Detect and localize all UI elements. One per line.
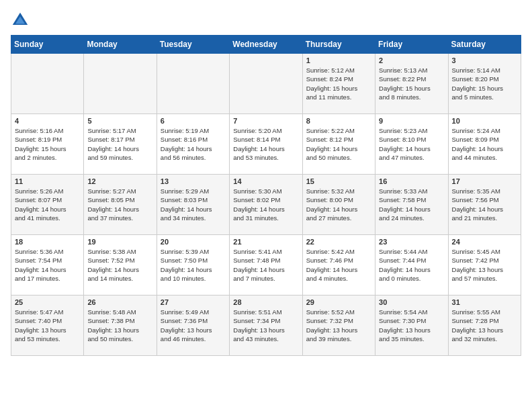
weekday-header-row: SundayMondayTuesdayWednesdayThursdayFrid… [11,36,521,54]
calendar-cell: 21Sunrise: 5:41 AM Sunset: 7:48 PM Dayli… [230,235,302,295]
calendar-week-1: 1Sunrise: 5:12 AM Sunset: 8:24 PM Daylig… [11,54,521,114]
day-number: 6 [161,117,226,125]
day-info: Sunrise: 5:17 AM Sunset: 8:17 PM Dayligh… [87,126,152,162]
day-info: Sunrise: 5:45 AM Sunset: 7:42 PM Dayligh… [452,247,517,283]
calendar-cell: 19Sunrise: 5:38 AM Sunset: 7:52 PM Dayli… [84,235,157,295]
day-info: Sunrise: 5:23 AM Sunset: 8:10 PM Dayligh… [379,126,444,162]
day-number: 27 [161,298,226,306]
day-number: 22 [306,238,371,246]
calendar-cell: 1Sunrise: 5:12 AM Sunset: 8:24 PM Daylig… [302,54,375,114]
day-info: Sunrise: 5:19 AM Sunset: 8:16 PM Dayligh… [161,126,226,162]
calendar-cell: 9Sunrise: 5:23 AM Sunset: 8:10 PM Daylig… [375,114,448,175]
day-number: 13 [161,177,226,185]
day-info: Sunrise: 5:55 AM Sunset: 7:28 PM Dayligh… [452,308,517,343]
calendar-cell: 13Sunrise: 5:29 AM Sunset: 8:03 PM Dayli… [157,175,229,235]
day-info: Sunrise: 5:52 AM Sunset: 7:32 PM Dayligh… [306,308,371,343]
day-info: Sunrise: 5:41 AM Sunset: 7:48 PM Dayligh… [233,247,298,283]
day-info: Sunrise: 5:32 AM Sunset: 8:00 PM Dayligh… [306,187,371,222]
calendar-cell: 14Sunrise: 5:30 AM Sunset: 8:02 PM Dayli… [230,175,302,235]
day-number: 1 [306,56,371,64]
day-number: 2 [379,56,444,64]
day-info: Sunrise: 5:47 AM Sunset: 7:40 PM Dayligh… [15,308,80,343]
day-info: Sunrise: 5:44 AM Sunset: 7:44 PM Dayligh… [379,247,444,283]
calendar-cell: 12Sunrise: 5:27 AM Sunset: 8:05 PM Dayli… [84,175,157,235]
day-info: Sunrise: 5:39 AM Sunset: 7:50 PM Dayligh… [161,247,226,283]
calendar-cell: 22Sunrise: 5:42 AM Sunset: 7:46 PM Dayli… [302,235,375,295]
day-info: Sunrise: 5:26 AM Sunset: 8:07 PM Dayligh… [15,187,80,222]
calendar-cell: 5Sunrise: 5:17 AM Sunset: 8:17 PM Daylig… [84,114,157,175]
day-number: 14 [233,177,298,185]
day-info: Sunrise: 5:22 AM Sunset: 8:12 PM Dayligh… [306,126,371,162]
page-header [11,11,521,30]
calendar-cell: 6Sunrise: 5:19 AM Sunset: 8:16 PM Daylig… [157,114,229,175]
day-number: 9 [379,117,444,125]
calendar-week-3: 11Sunrise: 5:26 AM Sunset: 8:07 PM Dayli… [11,175,521,235]
calendar-cell: 24Sunrise: 5:45 AM Sunset: 7:42 PM Dayli… [448,235,521,295]
day-info: Sunrise: 5:42 AM Sunset: 7:46 PM Dayligh… [306,247,371,283]
day-number: 15 [306,177,371,185]
day-number: 7 [233,117,298,125]
day-info: Sunrise: 5:33 AM Sunset: 7:58 PM Dayligh… [379,187,444,222]
day-number: 3 [452,56,517,64]
calendar-week-5: 25Sunrise: 5:47 AM Sunset: 7:40 PM Dayli… [11,295,521,356]
weekday-header-tuesday: Tuesday [157,36,229,54]
day-info: Sunrise: 5:49 AM Sunset: 7:36 PM Dayligh… [161,308,226,343]
day-number: 8 [306,117,371,125]
day-number: 4 [15,117,80,125]
weekday-header-wednesday: Wednesday [230,36,302,54]
day-number: 24 [452,238,517,246]
day-info: Sunrise: 5:29 AM Sunset: 8:03 PM Dayligh… [161,187,226,222]
day-number: 29 [306,298,371,306]
calendar-cell: 18Sunrise: 5:36 AM Sunset: 7:54 PM Dayli… [11,235,84,295]
weekday-header-saturday: Saturday [448,36,521,54]
calendar-cell: 28Sunrise: 5:51 AM Sunset: 7:34 PM Dayli… [230,295,302,356]
calendar-cell [230,54,302,114]
day-info: Sunrise: 5:51 AM Sunset: 7:34 PM Dayligh… [233,308,298,343]
day-info: Sunrise: 5:35 AM Sunset: 7:56 PM Dayligh… [452,187,517,222]
weekday-header-friday: Friday [375,36,448,54]
calendar-cell: 23Sunrise: 5:44 AM Sunset: 7:44 PM Dayli… [375,235,448,295]
day-number: 20 [161,238,226,246]
calendar-cell [84,54,157,114]
day-info: Sunrise: 5:13 AM Sunset: 8:22 PM Dayligh… [379,66,444,101]
day-info: Sunrise: 5:27 AM Sunset: 8:05 PM Dayligh… [87,187,152,222]
day-number: 28 [233,298,298,306]
weekday-header-sunday: Sunday [11,36,84,54]
calendar-cell: 11Sunrise: 5:26 AM Sunset: 8:07 PM Dayli… [11,175,84,235]
calendar-week-2: 4Sunrise: 5:16 AM Sunset: 8:19 PM Daylig… [11,114,521,175]
calendar-cell: 16Sunrise: 5:33 AM Sunset: 7:58 PM Dayli… [375,175,448,235]
day-number: 23 [379,238,444,246]
calendar-cell: 7Sunrise: 5:20 AM Sunset: 8:14 PM Daylig… [230,114,302,175]
day-info: Sunrise: 5:36 AM Sunset: 7:54 PM Dayligh… [15,247,80,283]
calendar-cell: 10Sunrise: 5:24 AM Sunset: 8:09 PM Dayli… [448,114,521,175]
calendar-cell: 2Sunrise: 5:13 AM Sunset: 8:22 PM Daylig… [375,54,448,114]
day-number: 25 [15,298,80,306]
calendar-cell: 17Sunrise: 5:35 AM Sunset: 7:56 PM Dayli… [448,175,521,235]
day-number: 31 [452,298,517,306]
day-number: 18 [15,238,80,246]
calendar-cell: 15Sunrise: 5:32 AM Sunset: 8:00 PM Dayli… [302,175,375,235]
weekday-header-monday: Monday [84,36,157,54]
day-number: 19 [87,238,152,246]
day-number: 30 [379,298,444,306]
logo [11,11,32,30]
logo-icon [11,11,30,30]
day-number: 10 [452,117,517,125]
day-number: 16 [379,177,444,185]
calendar-cell: 20Sunrise: 5:39 AM Sunset: 7:50 PM Dayli… [157,235,229,295]
day-info: Sunrise: 5:30 AM Sunset: 8:02 PM Dayligh… [233,187,298,222]
calendar-cell: 31Sunrise: 5:55 AM Sunset: 7:28 PM Dayli… [448,295,521,356]
day-info: Sunrise: 5:24 AM Sunset: 8:09 PM Dayligh… [452,126,517,162]
day-info: Sunrise: 5:48 AM Sunset: 7:38 PM Dayligh… [87,308,152,343]
calendar-table: SundayMondayTuesdayWednesdayThursdayFrid… [11,35,521,356]
calendar-cell [11,54,84,114]
weekday-header-thursday: Thursday [302,36,375,54]
day-number: 12 [87,177,152,185]
calendar-cell: 3Sunrise: 5:14 AM Sunset: 8:20 PM Daylig… [448,54,521,114]
calendar-cell: 27Sunrise: 5:49 AM Sunset: 7:36 PM Dayli… [157,295,229,356]
calendar-cell: 26Sunrise: 5:48 AM Sunset: 7:38 PM Dayli… [84,295,157,356]
calendar-cell: 4Sunrise: 5:16 AM Sunset: 8:19 PM Daylig… [11,114,84,175]
day-number: 17 [452,177,517,185]
calendar-week-4: 18Sunrise: 5:36 AM Sunset: 7:54 PM Dayli… [11,235,521,295]
day-number: 26 [87,298,152,306]
